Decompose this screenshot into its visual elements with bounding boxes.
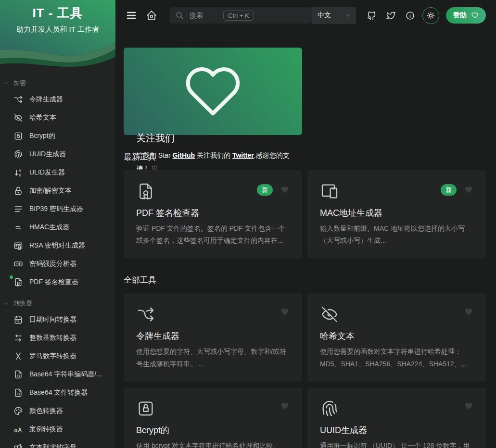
sponsor-button[interactable]: 赞助 bbox=[446, 7, 486, 24]
devices-icon bbox=[320, 182, 339, 201]
favorite-heart-icon[interactable] bbox=[280, 185, 290, 195]
chevron-down-icon bbox=[3, 80, 9, 87]
sidebar-item-label: Bcrypt的 bbox=[29, 132, 55, 140]
sidebar-item-text-to-nato[interactable]: 文本到北约字母 bbox=[5, 438, 115, 448]
sidebar-item-label: RSA 密钥对生成器 bbox=[29, 241, 85, 250]
chevron-down-icon bbox=[345, 12, 351, 19]
twitter-button[interactable] bbox=[382, 7, 399, 24]
search-bar[interactable]: Ctrl + K bbox=[170, 7, 312, 24]
lock-square-icon bbox=[13, 131, 23, 141]
card-header-right: 新 bbox=[257, 184, 290, 196]
sidebar: IT - 工具 助力开发人员和 IT 工作者 加密 令牌生成器 哈希文本 Bcr… bbox=[0, 0, 115, 448]
search-input[interactable] bbox=[189, 11, 218, 20]
card-description: 输入数量和前缀。MAC 地址将以您选择的大小写（大写或小写）生成... bbox=[320, 223, 473, 247]
sidebar-section-crypto[interactable]: 加密 bbox=[0, 77, 115, 89]
favorite-heart-icon[interactable] bbox=[280, 401, 290, 411]
heart-icon bbox=[471, 12, 479, 19]
eye-off-icon bbox=[320, 305, 339, 324]
card-hash-text[interactable]: 哈希文本 使用您需要的函数对文本字符串进行哈希处理：MD5、SHA1、SHA25… bbox=[307, 293, 486, 381]
sidebar-item-label: 罗马数字转换器 bbox=[29, 352, 76, 361]
sidebar-item-hmac-generator[interactable]: HMAC生成器 bbox=[5, 218, 115, 236]
about-button[interactable] bbox=[401, 7, 419, 24]
favorite-heart-icon[interactable] bbox=[464, 307, 473, 317]
sponsor-label: 赞助 bbox=[453, 11, 467, 20]
calendar-icon bbox=[13, 315, 23, 324]
sidebar-item-base64-string-converter[interactable]: 01 Base64 字符串编码器/... bbox=[5, 365, 115, 384]
github-link[interactable]: GitHub bbox=[172, 151, 195, 159]
sidebar-section-converter[interactable]: 转换器 bbox=[0, 297, 115, 310]
sidebar-item-rsa-key-pair-generator[interactable]: RSA 密钥对生成器 bbox=[5, 236, 115, 255]
shuffle-icon bbox=[13, 95, 23, 104]
sidebar-item-password-strength-analyser[interactable]: 密码强度分析器 bbox=[5, 255, 115, 273]
card-header-right bbox=[464, 401, 473, 411]
theme-toggle-button[interactable] bbox=[422, 7, 439, 24]
favorite-heart-icon[interactable] bbox=[464, 401, 473, 411]
card-header: 新 bbox=[320, 182, 473, 201]
menu-button[interactable] bbox=[123, 7, 140, 24]
topbar-icon-buttons bbox=[363, 7, 439, 24]
favorite-heart-icon[interactable] bbox=[280, 307, 290, 317]
list-icon bbox=[13, 204, 23, 214]
card-title: MAC地址生成器 bbox=[320, 207, 473, 219]
github-icon bbox=[367, 11, 377, 21]
sidebar-item-date-time-converter[interactable]: 日期时间转换器 bbox=[5, 311, 115, 329]
home-button[interactable] bbox=[143, 7, 160, 24]
sidebar-item-case-converter[interactable]: 案例转换器 bbox=[5, 420, 115, 438]
card-mac-address-generator[interactable]: 新 MAC地址生成器 输入数量和前缀。MAC 地址将以您选择的大小写（大写或小写… bbox=[307, 170, 486, 258]
card-description: 使用您需要的函数对文本字符串进行哈希处理：MD5、SHA1、SHA256、SHA… bbox=[320, 346, 473, 370]
favorite-heart-icon[interactable] bbox=[464, 185, 473, 195]
sidebar-item-bip39-generator[interactable]: BIP39 密码生成器 bbox=[5, 200, 115, 218]
svg-text:01: 01 bbox=[17, 374, 21, 377]
letter-x-icon bbox=[13, 351, 23, 361]
search-icon bbox=[176, 12, 184, 20]
menu-icon bbox=[126, 10, 137, 21]
speakerphone-icon bbox=[13, 443, 23, 448]
sidebar-item-label: PDF 签名检查器 bbox=[29, 278, 78, 286]
sidebar-item-roman-numeral-converter[interactable]: 罗马数字转换器 bbox=[5, 347, 115, 365]
sidebar-item-token-generator[interactable]: 令牌生成器 bbox=[5, 90, 115, 109]
all-tools-grid: 令牌生成器 使用您想要的字符、大写或小写字母、数字和/或符号生成随机字符串。 .… bbox=[124, 293, 486, 448]
card-title: 令牌生成器 bbox=[136, 330, 290, 342]
sidebar-item-bcrypt[interactable]: Bcrypt的 bbox=[5, 127, 115, 145]
password-icon bbox=[13, 259, 23, 269]
certificate-icon bbox=[13, 241, 23, 250]
home-icon bbox=[146, 10, 157, 21]
twitter-icon bbox=[386, 11, 396, 21]
sidebar-item-color-converter[interactable]: 颜色转换器 bbox=[5, 402, 115, 420]
file-certificate-icon bbox=[136, 182, 155, 201]
app-subtitle: 助力开发人员和 IT 工作者 bbox=[0, 25, 115, 34]
github-button[interactable] bbox=[363, 7, 380, 24]
sidebar-item-integer-base-converter[interactable]: 整数基数转换器 bbox=[5, 329, 115, 347]
sidebar-item-label: Base64 字符串编码器/... bbox=[29, 370, 102, 379]
card-token-generator[interactable]: 令牌生成器 使用您想要的字符、大写或小写字母、数字和/或符号生成随机字符串。 .… bbox=[124, 293, 302, 381]
sidebar-item-label: 整数基数转换器 bbox=[29, 334, 76, 342]
page-content: 关注我们 给我们 Star GitHub 关注我们的 Twitter.感谢您的支… bbox=[115, 31, 496, 448]
chevron-down-icon bbox=[3, 300, 9, 307]
sidebar-item-uuid-generator[interactable]: UUID生成器 bbox=[5, 145, 115, 163]
sidebar-item-pdf-signature-checker[interactable]: PDF 签名检查器 bbox=[5, 273, 115, 291]
sidebar-item-encrypt-decrypt-text[interactable]: 加密/解密文本 bbox=[5, 182, 115, 200]
palette-icon bbox=[13, 406, 23, 416]
card-header bbox=[136, 305, 290, 324]
card-header-right bbox=[280, 401, 290, 411]
sidebar-header: IT - 工具 助力开发人员和 IT 工作者 bbox=[0, 0, 115, 72]
sidebar-item-hash-text[interactable]: 哈希文本 bbox=[5, 109, 115, 127]
card-header bbox=[320, 305, 473, 324]
new-badge: 新 bbox=[257, 184, 273, 196]
topbar: Ctrl + K 中文 赞助 bbox=[115, 0, 496, 31]
card-header: 新 bbox=[136, 182, 290, 201]
sidebar-item-ulid-generator[interactable]: 90 ULID发生器 bbox=[5, 163, 115, 182]
card-title: UUID生成器 bbox=[320, 424, 473, 436]
card-uuid-generator[interactable]: UUID生成器 通用唯一标识符 （UUID） 是一个 128 位数字，用于识别计… bbox=[307, 387, 486, 448]
card-title: PDF 签名检查器 bbox=[136, 207, 290, 219]
sidebar-item-label: 密码强度分析器 bbox=[29, 260, 76, 268]
file-digit-icon: 01 bbox=[13, 370, 23, 379]
new-tool-dot bbox=[10, 275, 13, 279]
sidebar-item-label: Base64 文件转换器 bbox=[29, 388, 88, 397]
sidebar-item-base64-file-converter[interactable]: 01 Base64 文件转换器 bbox=[5, 384, 115, 402]
svg-text:01: 01 bbox=[17, 392, 21, 396]
card-bcrypt[interactable]: Bcrypt的 使用 bcrypt 对文本字符串进行哈希处理和比较。Bcrypt… bbox=[124, 387, 302, 448]
twitter-link[interactable]: Twitter bbox=[232, 151, 254, 159]
language-select[interactable]: 中文 bbox=[312, 7, 356, 24]
card-pdf-signature-checker[interactable]: 新 PDF 签名检查器 验证 PDF 文件的签名。签名的 PDF 文件包含一个或… bbox=[124, 170, 302, 258]
